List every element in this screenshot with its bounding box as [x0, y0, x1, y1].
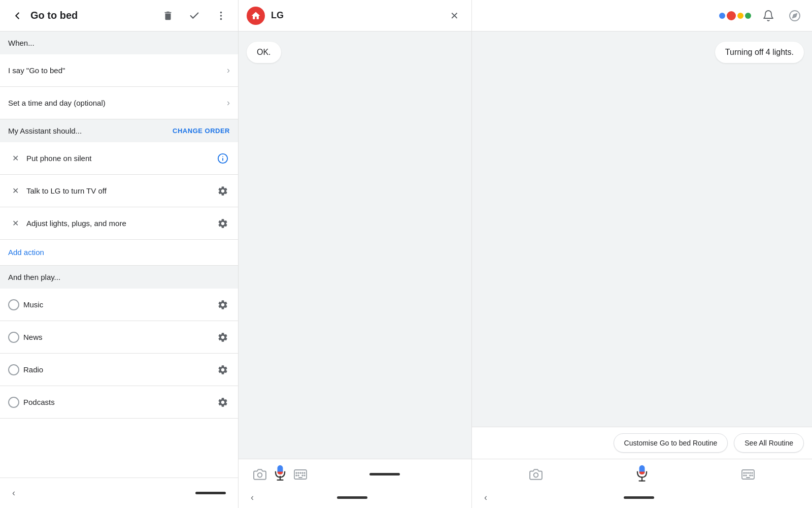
right-screenshot-button[interactable]	[527, 465, 545, 484]
svg-point-35	[746, 475, 747, 476]
put-phone-silent-item[interactable]: ✕ Put phone on silent	[0, 142, 238, 175]
google-assistant-icon	[719, 11, 751, 20]
right-mic-button[interactable]	[631, 463, 653, 486]
music-radio[interactable]	[8, 299, 19, 310]
svg-point-33	[752, 472, 753, 473]
radio-item[interactable]: Radio	[0, 354, 238, 386]
set-time-day-item[interactable]: Set a time and day (optional) ›	[0, 87, 238, 119]
podcasts-radio[interactable]	[8, 397, 19, 408]
svg-point-2	[220, 18, 222, 20]
remove-action-button[interactable]: ✕	[8, 184, 22, 198]
svg-point-19	[296, 475, 297, 476]
svg-point-23	[304, 475, 305, 476]
middle-bottom-nav	[239, 459, 471, 489]
chevron-right-icon: ›	[227, 65, 230, 76]
assistant-section-header: My Assistant should... CHANGE ORDER	[0, 119, 238, 142]
svg-point-29	[743, 472, 745, 473]
svg-point-6	[258, 472, 262, 477]
see-all-routine-button[interactable]: See All Routine	[734, 433, 804, 453]
keyboard-button[interactable]	[291, 465, 310, 484]
compass-button[interactable]	[786, 7, 804, 25]
left-bottom-nav: ‹	[0, 478, 238, 508]
svg-point-10	[296, 472, 297, 473]
lg-app-icon	[247, 7, 265, 25]
right-content: Turning off 4 lights.	[472, 31, 812, 427]
right-bottom-nav	[472, 459, 812, 489]
right-keyboard-button[interactable]	[739, 465, 757, 484]
svg-point-34	[743, 475, 745, 476]
response-bubble: Turning off 4 lights.	[715, 42, 804, 63]
gear-icon[interactable]	[216, 184, 230, 198]
svg-point-32	[750, 472, 751, 473]
more-options-button[interactable]	[212, 7, 230, 25]
gear-icon[interactable]	[216, 363, 230, 377]
middle-home-indicator	[369, 473, 400, 475]
google-dot-red	[727, 11, 736, 20]
add-action-button[interactable]: Add action	[8, 248, 44, 257]
svg-point-31	[748, 472, 749, 473]
google-dot-blue	[719, 13, 725, 19]
mic-button[interactable]	[269, 463, 291, 486]
ok-bubble: OK.	[247, 42, 281, 63]
say-go-to-bed-item[interactable]: I say "Go to bed" ›	[0, 54, 238, 87]
middle-back-btn[interactable]: ‹	[251, 492, 254, 503]
right-panel: Turning off 4 lights. Customise Go to be…	[472, 0, 812, 508]
svg-point-20	[298, 475, 299, 476]
notification-button[interactable]	[759, 7, 777, 25]
remove-action-button[interactable]: ✕	[8, 151, 22, 166]
svg-point-26	[534, 472, 538, 477]
chevron-right-icon: ›	[227, 98, 230, 108]
customise-routine-button[interactable]: Customise Go to bed Routine	[614, 433, 728, 453]
check-button[interactable]	[185, 7, 204, 25]
remove-action-button[interactable]: ✕	[8, 216, 22, 231]
right-header	[472, 0, 812, 31]
radio-radio[interactable]	[8, 364, 19, 375]
middle-header-title: LG	[271, 10, 439, 21]
left-panel: Go to bed When... I say "Go to bed" › Se…	[0, 0, 239, 508]
gear-icon[interactable]	[216, 298, 230, 312]
change-order-button[interactable]: CHANGE ORDER	[173, 127, 230, 135]
right-home-indicator-bar	[624, 496, 654, 499]
back-button[interactable]	[8, 7, 26, 25]
middle-header: LG ✕	[239, 0, 471, 31]
add-action-section: Add action	[0, 240, 238, 266]
svg-point-37	[750, 475, 751, 476]
adjust-lights-item[interactable]: ✕ Adjust lights, plugs, and more	[0, 207, 238, 240]
svg-point-16	[302, 472, 303, 473]
news-item[interactable]: News	[0, 321, 238, 354]
left-nav-back[interactable]: ‹	[12, 488, 15, 498]
home-indicator	[195, 492, 226, 494]
close-button[interactable]: ✕	[445, 7, 463, 25]
svg-point-14	[300, 472, 301, 473]
middle-home-indicator-bar	[337, 496, 367, 499]
google-dot-green	[745, 13, 751, 19]
talk-to-lg-item[interactable]: ✕ Talk to LG to turn TV off	[0, 175, 238, 207]
middle-nav-row: ‹	[239, 489, 471, 508]
google-dot-yellow	[737, 13, 743, 19]
middle-panel: LG ✕ OK.	[239, 0, 472, 508]
page-title: Go to bed	[30, 10, 159, 21]
gear-icon[interactable]	[216, 395, 230, 409]
svg-marker-25	[793, 13, 797, 17]
gear-icon[interactable]	[216, 330, 230, 344]
info-icon[interactable]	[216, 151, 230, 166]
when-section-header: When...	[0, 31, 238, 54]
music-item[interactable]: Music	[0, 289, 238, 321]
svg-point-22	[302, 475, 303, 476]
gear-icon[interactable]	[216, 216, 230, 231]
svg-point-0	[220, 11, 222, 13]
svg-point-18	[304, 472, 305, 473]
screenshot-button[interactable]	[251, 465, 269, 484]
action-buttons-row: Customise Go to bed Routine See All Rout…	[472, 427, 812, 459]
left-header: Go to bed	[0, 0, 238, 31]
svg-point-38	[752, 475, 753, 476]
news-radio[interactable]	[8, 332, 19, 343]
header-actions	[159, 7, 230, 25]
podcasts-item[interactable]: Podcasts	[0, 386, 238, 419]
svg-point-12	[298, 472, 299, 473]
delete-button[interactable]	[159, 7, 177, 25]
play-section-header: And then play...	[0, 266, 238, 289]
svg-point-30	[746, 472, 747, 473]
middle-content: OK.	[239, 31, 471, 459]
right-back-btn[interactable]: ‹	[484, 492, 487, 503]
